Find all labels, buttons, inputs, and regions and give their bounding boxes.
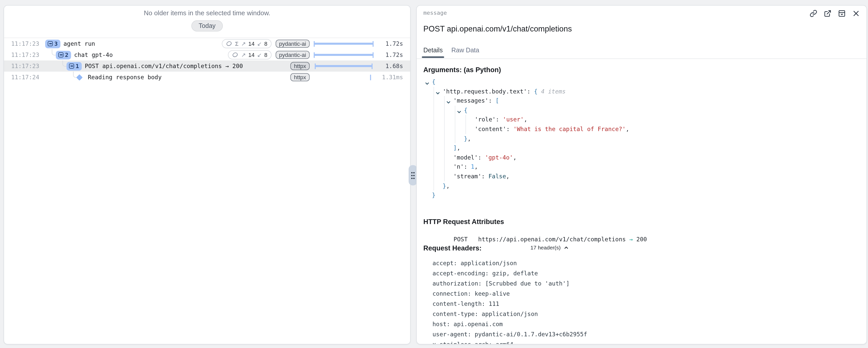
request-header-line: accept-encoding: gzip, deflate xyxy=(432,268,587,279)
request-headers-list: accept: application/jsonaccept-encoding:… xyxy=(432,258,587,344)
http-attributes-heading: HTTP Request Attributes xyxy=(423,218,504,226)
token-usage-pill[interactable]: Σ↗14↙8 xyxy=(222,39,271,48)
collapse-children-badge[interactable]: 1 xyxy=(66,62,82,70)
tokens-in-arrow-icon: ↗ xyxy=(241,52,246,58)
code-line: 'messages': [ xyxy=(423,96,861,106)
headers-count-toggle[interactable]: 17 header(s) xyxy=(530,244,568,251)
duration-bar-track xyxy=(314,49,374,60)
child-count: 2 xyxy=(65,52,68,58)
code-line: { xyxy=(423,77,861,87)
span-duration: 1.72s xyxy=(374,51,410,58)
request-header-line: accept: application/json xyxy=(432,258,587,268)
request-header-line: x-stainless-arch: arm64 xyxy=(432,339,587,344)
request-headers-row: Request Headers: 17 header(s) xyxy=(423,243,687,253)
scope-tag[interactable]: httpx xyxy=(290,62,310,70)
span-row[interactable]: 11:17:24Reading response bodyhttpx1.31ms xyxy=(4,71,410,83)
child-count: 1 xyxy=(75,63,79,69)
span-label: POST api.openai.com/v1/chat/completions … xyxy=(85,60,243,71)
span-row[interactable]: 11:17:233agent runΣ↗14↙8pydantic-ai1.72s xyxy=(4,38,410,49)
code-line: 'model': 'gpt-4o', xyxy=(423,153,861,162)
duration-tick xyxy=(370,75,371,80)
request-header-line: content-length: 111 xyxy=(432,299,587,309)
arguments-heading: Arguments: (as Python) xyxy=(423,66,501,74)
span-start-time: 11:17:23 xyxy=(11,38,39,49)
grip-dots-icon xyxy=(410,171,416,180)
span-detail-panel: message POST api.openai.com/v1/chat/comp… xyxy=(416,5,867,344)
trace-viewer: No older items in the selected time wind… xyxy=(0,0,868,348)
request-header-line: host: api.openai.com xyxy=(432,319,587,329)
trace-list-panel: No older items in the selected time wind… xyxy=(4,5,411,344)
duration-bar xyxy=(315,54,373,56)
tokens-out-arrow-icon: ↙ xyxy=(257,52,262,58)
response-status: 200 xyxy=(636,236,647,243)
tabs-divider xyxy=(417,58,866,59)
scope-tag[interactable]: httpx xyxy=(290,73,310,81)
code-line: 'n': 1, xyxy=(423,162,861,172)
code-line: }, xyxy=(423,181,861,191)
span-label: Reading response body xyxy=(88,71,162,83)
token-coin-icon xyxy=(232,52,239,58)
token-coin-icon xyxy=(226,40,232,47)
detail-panel-actions xyxy=(810,10,860,17)
code-line: ], xyxy=(423,143,861,153)
collapse-icon xyxy=(58,52,63,57)
span-row[interactable]: 11:17:231POST api.openai.com/v1/chat/com… xyxy=(4,60,410,71)
request-url: https://api.openai.com/v1/chat/completio… xyxy=(478,236,626,243)
token-usage-pill[interactable]: ↗14↙8 xyxy=(228,50,272,59)
collapse-icon xyxy=(69,63,74,68)
code-line: }, xyxy=(423,134,861,143)
tokens-in-arrow-icon: ↗ xyxy=(241,40,246,47)
span-rows: 11:17:233agent runΣ↗14↙8pydantic-ai1.72s… xyxy=(4,38,410,83)
span-label: agent run xyxy=(63,38,95,49)
today-button[interactable]: Today xyxy=(192,20,223,31)
code-line: 'http.request.body.text': { 4 items xyxy=(423,87,861,96)
code-line: { xyxy=(423,106,861,115)
sigma-icon: Σ xyxy=(235,41,239,47)
span-duration: 1.72s xyxy=(374,40,410,47)
span-title: POST api.openai.com/v1/chat/completions xyxy=(423,24,572,33)
scope-tag[interactable]: pydantic-ai xyxy=(276,51,310,59)
collapse-children-badge[interactable]: 2 xyxy=(56,51,71,59)
tab-details[interactable]: Details xyxy=(423,47,443,58)
code-line: 'role': 'user', xyxy=(423,115,861,124)
link-icon[interactable] xyxy=(810,10,817,17)
close-icon[interactable] xyxy=(852,10,860,17)
arguments-code-tree: {'http.request.body.text': { 4 items'mes… xyxy=(423,77,861,200)
span-duration: 1.31ms xyxy=(374,74,410,81)
chevron-up-icon xyxy=(564,245,568,250)
request-header-line: user-agent: pydantic-ai/0.1.7.dev13+c6b2… xyxy=(432,329,587,339)
collapse-children-badge[interactable]: 3 xyxy=(45,39,60,48)
duration-bar-track xyxy=(314,71,374,83)
duration-bar xyxy=(315,43,373,45)
span-start-time: 11:17:24 xyxy=(11,71,39,83)
request-header-line: connection: keep-alive xyxy=(432,289,587,299)
detail-tabs: DetailsRaw Data xyxy=(423,47,479,58)
code-line: 'content': 'What is the capital of Franc… xyxy=(423,124,861,134)
empty-notice: No older items in the selected time wind… xyxy=(4,6,410,17)
span-label: chat gpt-4o xyxy=(74,49,113,60)
tokens-out-arrow-icon: ↙ xyxy=(257,40,262,47)
duration-bar-track xyxy=(314,38,374,49)
open-in-new-icon[interactable] xyxy=(824,10,832,17)
tab-raw-data[interactable]: Raw Data xyxy=(451,47,479,58)
collapse-icon xyxy=(48,41,53,46)
request-method: POST xyxy=(454,236,467,243)
duration-bar-track xyxy=(314,60,374,71)
span-duration: 1.68s xyxy=(374,62,410,69)
span-start-time: 11:17:23 xyxy=(11,49,39,60)
span-start-time: 11:17:23 xyxy=(11,60,39,71)
child-count: 3 xyxy=(54,40,58,47)
request-header-line: content-type: application/json xyxy=(432,309,587,319)
scope-tag[interactable]: pydantic-ai xyxy=(276,40,310,48)
dock-panel-icon[interactable] xyxy=(838,10,846,17)
panel-resize-handle[interactable] xyxy=(409,165,417,185)
span-row[interactable]: 11:17:232chat gpt-4o↗14↙8pydantic-ai1.72… xyxy=(4,49,410,60)
request-header-line: authorization: [Scrubbed due to 'auth'] xyxy=(432,279,587,289)
duration-bar xyxy=(316,65,372,67)
trace-list-header: No older items in the selected time wind… xyxy=(4,6,410,38)
span-kind-label: message xyxy=(423,10,447,16)
code-line: 'stream': False, xyxy=(423,172,861,181)
request-headers-heading: Request Headers: xyxy=(423,244,482,252)
code-line: } xyxy=(423,191,861,200)
arrow-icon: → xyxy=(629,236,633,243)
